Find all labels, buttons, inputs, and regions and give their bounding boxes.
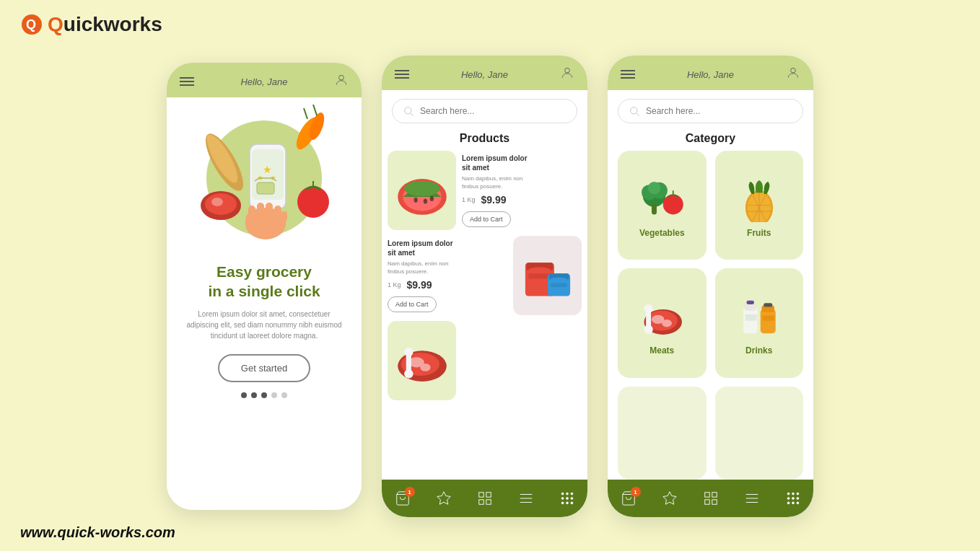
hamburger-menu[interactable] bbox=[180, 77, 194, 86]
svg-point-75 bbox=[648, 182, 661, 195]
svg-point-50 bbox=[404, 369, 413, 378]
phone3-search-input[interactable] bbox=[646, 106, 792, 116]
logo-text: Quickworks bbox=[48, 13, 162, 36]
category-vegetables[interactable]: Vegetables bbox=[618, 151, 706, 260]
phone2-hamburger[interactable] bbox=[395, 70, 409, 79]
category-drinks[interactable]: Drinks bbox=[715, 268, 804, 377]
svg-point-9 bbox=[297, 186, 329, 218]
svg-point-110 bbox=[787, 493, 789, 495]
svg-rect-26 bbox=[281, 211, 287, 221]
meats-label: Meats bbox=[649, 345, 674, 356]
get-started-button[interactable]: Get started bbox=[218, 354, 310, 382]
drinks-label: Drinks bbox=[745, 345, 772, 356]
svg-point-28 bbox=[405, 107, 411, 114]
phone2-body: Products bbox=[382, 90, 587, 517]
phone-welcome: Hello, Jane bbox=[167, 63, 362, 510]
phone2-nav-apps[interactable] bbox=[559, 490, 575, 506]
phone2-nav-list[interactable] bbox=[518, 490, 534, 506]
phone3-hamburger[interactable] bbox=[621, 70, 635, 79]
phone3-header: Hello, Jane bbox=[608, 56, 813, 90]
phone2-search-input[interactable] bbox=[420, 106, 566, 116]
svg-point-70 bbox=[631, 107, 637, 114]
svg-point-77 bbox=[663, 195, 683, 215]
phone3-user-icon[interactable] bbox=[786, 66, 800, 83]
phone2-bottom-nav: 1 bbox=[382, 480, 587, 517]
svg-point-61 bbox=[566, 493, 568, 495]
logo: Q Quickworks bbox=[20, 13, 162, 36]
category-meats[interactable]: Meats bbox=[618, 268, 706, 377]
svg-point-68 bbox=[571, 502, 573, 504]
svg-point-42 bbox=[549, 278, 567, 283]
phone3-nav-star[interactable] bbox=[662, 490, 678, 506]
product2-price: $9.99 bbox=[407, 279, 432, 291]
phone2-search-bar[interactable] bbox=[392, 99, 577, 123]
product2-add-to-cart[interactable]: Add to Cart bbox=[388, 296, 437, 312]
vegetables-image bbox=[636, 175, 687, 222]
svg-point-112 bbox=[797, 493, 799, 495]
product3-image bbox=[388, 321, 456, 400]
phone2-nav-cart[interactable]: 1 bbox=[395, 490, 411, 506]
phone-category: Hello, Jane Category bbox=[608, 56, 813, 517]
phone3-nav-cart[interactable]: 1 bbox=[621, 490, 636, 506]
category-fruits[interactable]: Fruits bbox=[715, 151, 804, 260]
phone1-body: ★ ★ ★ Easy gro bbox=[167, 97, 362, 510]
svg-point-92 bbox=[644, 325, 653, 334]
phone3-apps-icon bbox=[785, 490, 801, 506]
greeting-text: Hello, Jane bbox=[240, 76, 287, 87]
logo-rest: uickworks bbox=[64, 13, 162, 35]
svg-point-91 bbox=[644, 304, 653, 313]
user-icon[interactable] bbox=[334, 73, 349, 90]
grid-icon bbox=[477, 490, 493, 506]
product1-name: Lorem ipsum dolorsit amet bbox=[462, 154, 582, 172]
hero-subtitle: Lorem ipsum dolor sit amet, consectetuer… bbox=[181, 309, 347, 341]
svg-rect-103 bbox=[704, 493, 709, 497]
svg-line-6 bbox=[313, 105, 317, 115]
svg-point-115 bbox=[797, 498, 799, 500]
vegetables-label: Vegetables bbox=[639, 228, 685, 238]
svg-point-13 bbox=[211, 198, 223, 206]
category-extra-1[interactable] bbox=[618, 387, 706, 480]
phone2-greeting: Hello, Jane bbox=[461, 69, 508, 80]
phone3-nav-apps[interactable] bbox=[785, 490, 801, 506]
svg-point-65 bbox=[571, 498, 573, 500]
hero-svg: ★ ★ ★ bbox=[185, 105, 344, 256]
phone3-nav-list[interactable] bbox=[744, 490, 760, 506]
phone3-search-bar[interactable] bbox=[618, 99, 803, 123]
logo-icon: Q bbox=[20, 13, 43, 36]
product1-desc: Nam dapibus, enim nonfinibus posuere. bbox=[462, 175, 582, 190]
dot-3 bbox=[261, 392, 267, 398]
product1-image bbox=[388, 151, 456, 230]
svg-rect-39 bbox=[528, 273, 551, 278]
phone3-body: Category bbox=[608, 90, 813, 517]
phone3-nav-grid[interactable] bbox=[703, 490, 719, 506]
svg-rect-96 bbox=[745, 314, 757, 321]
phone2-user-icon[interactable] bbox=[560, 66, 574, 83]
svg-point-47 bbox=[420, 363, 430, 371]
product2-weight: 1 Kg bbox=[388, 281, 401, 288]
svg-point-2 bbox=[339, 75, 344, 80]
star-icon bbox=[436, 490, 452, 506]
product1-add-to-cart[interactable]: Add to Cart bbox=[462, 211, 511, 227]
category-extra-2[interactable] bbox=[715, 387, 804, 480]
website-url: www.quick-works.com bbox=[20, 524, 175, 541]
phone-products: Hello, Jane Products bbox=[382, 56, 587, 517]
product1-price: $9.99 bbox=[481, 194, 507, 206]
phone2-nav-star[interactable] bbox=[436, 490, 452, 506]
svg-rect-25 bbox=[274, 206, 281, 219]
svg-rect-105 bbox=[704, 500, 709, 504]
phone2-nav-grid[interactable] bbox=[477, 490, 493, 506]
product2-image bbox=[513, 236, 582, 315]
product2-info: Lorem ipsum dolorsit amet Nam dapibus, e… bbox=[388, 236, 507, 315]
dot-5 bbox=[281, 392, 287, 398]
svg-rect-55 bbox=[478, 500, 483, 504]
svg-point-111 bbox=[792, 493, 794, 495]
fruits-label: Fruits bbox=[747, 228, 771, 238]
svg-rect-53 bbox=[478, 493, 483, 497]
svg-point-27 bbox=[565, 68, 570, 73]
product3-info bbox=[462, 321, 582, 400]
apps-icon bbox=[559, 490, 575, 506]
svg-point-118 bbox=[797, 502, 799, 504]
product1-price-row: 1 Kg $9.99 bbox=[462, 194, 582, 206]
svg-line-71 bbox=[636, 113, 639, 116]
phone2-section-title: Products bbox=[382, 132, 587, 145]
